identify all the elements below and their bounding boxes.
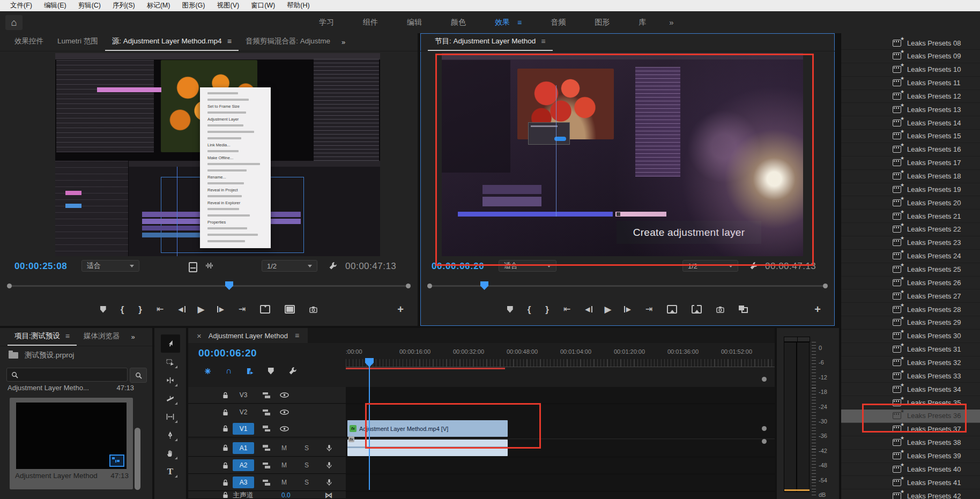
workspace-tab-图形[interactable]: 图形 [580, 18, 624, 27]
search-input[interactable] [23, 370, 116, 379]
track-target-A1[interactable]: A1 [233, 442, 254, 454]
solo-button[interactable]: S [298, 461, 315, 469]
tool-type[interactable]: T [161, 462, 180, 480]
timeline-scroll-handle[interactable] [762, 439, 767, 444]
source-playhead-marker[interactable] [225, 281, 233, 290]
mute-button[interactable]: M [276, 461, 293, 469]
program-current-timecode[interactable]: 00:00:06:20 [432, 261, 484, 272]
preset-item[interactable]: Leaks Presets 17 [841, 157, 980, 170]
preset-item[interactable]: Leaks Presets 11 [841, 77, 980, 90]
tool-slip[interactable] [161, 407, 180, 426]
lock-icon[interactable] [222, 425, 228, 432]
go-to-out-icon[interactable]: ⇥ [645, 305, 652, 314]
workspace-tab-编辑[interactable]: 编辑 [392, 18, 436, 27]
preset-item[interactable]: Leaks Presets 30 [841, 330, 980, 343]
tab-overflow-chevron[interactable]: » [337, 38, 350, 51]
lock-icon[interactable] [222, 491, 228, 498]
workspace-tab-库[interactable]: 库 [624, 18, 660, 27]
eye-icon[interactable] [280, 392, 289, 398]
program-monitor-tab[interactable]: 节目: Adjustment Layer Method ≡ [428, 36, 553, 51]
preset-item[interactable]: Leaks Presets 28 [841, 303, 980, 316]
mute-button[interactable]: M [276, 479, 293, 486]
lock-icon[interactable] [222, 462, 228, 469]
timeline-settings-icon[interactable] [288, 367, 297, 375]
eye-icon[interactable] [280, 409, 289, 415]
tab-project[interactable]: 项目:测试预设 ≡ [8, 331, 77, 346]
go-to-in-icon[interactable]: ⇤ [157, 305, 164, 314]
preset-item[interactable]: Leaks Presets 38 [841, 436, 980, 450]
export-frame-icon[interactable] [309, 306, 317, 313]
source-zoom-select[interactable]: 1/2 [262, 260, 317, 272]
preset-item[interactable]: Leaks Presets 18 [841, 170, 980, 183]
workspace-tab-组件[interactable]: 组件 [348, 18, 392, 27]
preset-item[interactable]: Leaks Presets 22 [841, 223, 980, 236]
preset-item[interactable]: Leaks Presets 33 [841, 369, 980, 383]
program-fit-select[interactable]: 适合 [499, 260, 556, 272]
add-marker-icon[interactable] [100, 306, 106, 313]
export-frame-icon[interactable] [716, 306, 724, 313]
snap-icon[interactable]: ∩ [226, 367, 232, 375]
search-filter-button[interactable] [130, 368, 147, 383]
tool-track-select[interactable] [161, 353, 180, 371]
menu-item[interactable]: 窗口(W) [245, 1, 281, 10]
preset-item[interactable]: Leaks Presets 37 [841, 423, 980, 436]
preset-item[interactable]: Leaks Presets 21 [841, 210, 980, 223]
preset-item[interactable]: Leaks Presets 42 [841, 489, 980, 499]
add-marker-icon[interactable] [268, 368, 274, 375]
track-row-master-content[interactable] [346, 491, 775, 499]
solo-button[interactable]: S [298, 479, 315, 486]
step-forward-icon[interactable]: ▶ [219, 306, 224, 312]
preset-item[interactable]: Leaks Presets 29 [841, 316, 980, 330]
preset-item[interactable]: Leaks Presets 36 [841, 409, 980, 423]
source-tab[interactable]: Lumetri 范围 [50, 36, 105, 51]
source-current-timecode[interactable]: 00:00:25:08 [14, 261, 67, 272]
tool-pen[interactable] [161, 426, 180, 444]
patch-icon[interactable] [263, 480, 270, 486]
menu-item[interactable]: 剪辑(C) [72, 1, 107, 10]
lock-icon[interactable] [222, 444, 228, 451]
record-mic-button[interactable] [321, 444, 338, 452]
menu-item[interactable]: 标记(M) [141, 1, 176, 10]
panel-menu-icon[interactable]: ≡ [65, 332, 70, 340]
solo-button[interactable]: S [298, 444, 315, 452]
menu-item[interactable]: 编辑(E) [38, 1, 72, 10]
mute-button[interactable]: M [276, 444, 293, 452]
tool-razor[interactable] [161, 389, 180, 407]
track-row-V3-content[interactable] [346, 387, 775, 404]
preset-item[interactable]: Leaks Presets 23 [841, 236, 980, 250]
workspace-menu-icon[interactable]: ≡ [517, 19, 522, 26]
preset-item[interactable]: Leaks Presets 25 [841, 263, 980, 277]
project-item-clipped[interactable]: Adjustment Layer Metho... 47:13 [8, 384, 134, 392]
patch-icon[interactable] [263, 409, 270, 415]
track-target-V1[interactable]: V1 [233, 423, 254, 435]
preset-item[interactable]: Leaks Presets 39 [841, 450, 980, 463]
menu-item[interactable]: 文件(F) [4, 1, 38, 10]
extract-icon[interactable] [692, 305, 702, 314]
preset-item[interactable]: Leaks Presets 12 [841, 90, 980, 103]
preset-item[interactable]: Leaks Presets 08 [841, 36, 980, 50]
settings-wrench-icon[interactable] [749, 262, 758, 270]
preset-item[interactable]: Leaks Presets 31 [841, 343, 980, 356]
home-button[interactable]: ⌂ [5, 15, 23, 30]
mark-in-icon[interactable]: { [528, 305, 531, 314]
patch-icon[interactable] [263, 426, 270, 431]
step-forward-icon[interactable]: ▶ [626, 306, 631, 312]
nest-toggle-icon[interactable] [247, 368, 254, 375]
mark-in-icon[interactable]: { [121, 305, 124, 314]
play-icon[interactable]: ▶ [198, 305, 205, 314]
preset-item[interactable]: Leaks Presets 41 [841, 476, 980, 489]
record-mic-button[interactable] [321, 479, 338, 486]
close-icon[interactable]: × [197, 331, 202, 340]
tool-ripple-edit[interactable] [161, 371, 180, 389]
panel-menu-icon[interactable]: ≡ [295, 331, 299, 340]
preset-item[interactable]: Leaks Presets 27 [841, 289, 980, 303]
timeline-current-timecode[interactable]: 00:00:06:20 [198, 347, 257, 359]
menu-item[interactable]: 视图(V) [211, 1, 245, 10]
tool-selection[interactable] [161, 334, 180, 353]
compare-view-icon[interactable] [739, 306, 748, 313]
tool-hand[interactable] [161, 444, 180, 462]
source-button-editor[interactable]: + [397, 298, 404, 321]
patch-icon[interactable] [263, 392, 270, 398]
preset-item[interactable]: Leaks Presets 19 [841, 183, 980, 196]
play-icon[interactable]: ▶ [605, 305, 612, 314]
